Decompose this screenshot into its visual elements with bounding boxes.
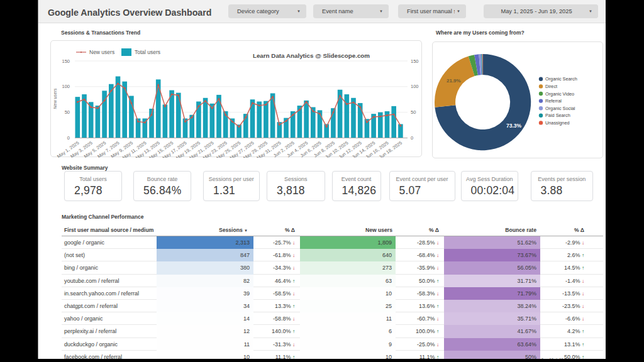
svg-text:New users: New users <box>53 88 57 109</box>
svg-text:0: 0 <box>67 135 70 141</box>
svg-text:New users: New users <box>89 49 114 55</box>
svg-text:150: 150 <box>62 58 70 64</box>
svg-text:21.9%: 21.9% <box>447 78 461 84</box>
svg-text:Referral: Referral <box>545 98 562 104</box>
svg-text:73.3%: 73.3% <box>506 123 522 129</box>
svg-text:Learn Data Analytics @ Slidesc: Learn Data Analytics @ Slidescope.com <box>253 52 370 59</box>
svg-text:100: 100 <box>411 84 419 89</box>
svg-text:Organic Search: Organic Search <box>545 76 577 82</box>
svg-text:Organic Video: Organic Video <box>545 91 574 97</box>
svg-text:Direct: Direct <box>545 84 557 89</box>
svg-text:Unassigned: Unassigned <box>545 120 570 126</box>
svg-text:100: 100 <box>62 84 70 89</box>
svg-text:Paid Search: Paid Search <box>545 112 570 118</box>
svg-text:Total users: Total users <box>135 49 160 55</box>
svg-text:0: 0 <box>411 135 413 141</box>
svg-text:150: 150 <box>411 58 419 64</box>
svg-text:Organic Social: Organic Social <box>545 106 575 111</box>
svg-text:50: 50 <box>411 109 416 115</box>
svg-text:50: 50 <box>65 109 70 115</box>
